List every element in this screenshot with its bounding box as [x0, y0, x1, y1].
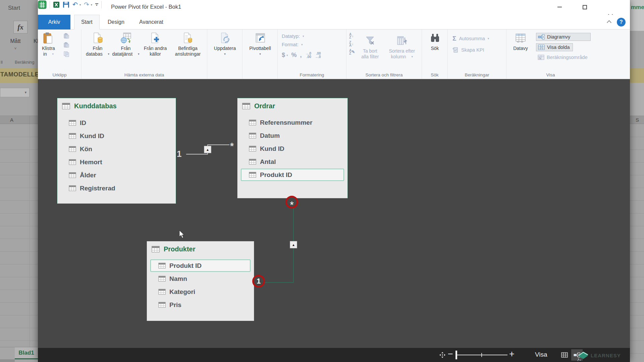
- datatype-dropdown[interactable]: Datatyp: ▾: [282, 34, 321, 39]
- field-icon: [158, 289, 166, 295]
- thousands-separator-button[interactable]: ,: [300, 52, 302, 59]
- redo-icon[interactable]: ↷: [84, 1, 89, 8]
- fit-to-screen-icon[interactable]: [439, 352, 446, 358]
- save-icon[interactable]: [63, 1, 69, 8]
- table-field-row[interactable]: Kund ID: [249, 142, 343, 155]
- paste-replace-button[interactable]: [63, 33, 69, 39]
- search-button[interactable]: Sök: [422, 29, 448, 51]
- field-icon: [158, 302, 166, 308]
- sort-az-button[interactable]: AZ↓: [349, 33, 355, 39]
- table-field-row[interactable]: Referensnummer: [249, 116, 343, 129]
- tab-avancerat[interactable]: Avancerat: [132, 15, 170, 29]
- tab-design[interactable]: Design: [101, 15, 131, 29]
- ribbon-group-formatering: Datatyp: ▾ Format: ▾ $ ▾ % , →.0.00 .00→…: [278, 29, 346, 79]
- calculation-area-button[interactable]: Beräkningsområde: [536, 54, 591, 61]
- table-field-row-highlighted[interactable]: Produkt ID: [158, 259, 250, 272]
- diagram-canvas[interactable]: Kunddatabas ID Kund ID Kön Hemort Ålder …: [38, 79, 630, 348]
- undo-dropdown-icon[interactable]: ▾: [79, 3, 81, 6]
- relationship-line[interactable]: [208, 144, 229, 145]
- collapse-ribbon-icon[interactable]: [607, 19, 613, 23]
- field-label: ID: [80, 119, 86, 127]
- create-kpi-button[interactable]: Skapa KPI: [452, 47, 489, 53]
- redo-dropdown-icon[interactable]: ▾: [91, 3, 92, 6]
- relationship-direction-marker[interactable]: ▲: [290, 241, 297, 248]
- clear-sort-button[interactable]: AZ✎: [349, 49, 355, 55]
- chevron-down-icon: ▾: [303, 35, 304, 38]
- grid-view-icon[interactable]: [561, 352, 568, 358]
- table-field-row-highlighted[interactable]: Produkt ID: [249, 168, 343, 181]
- measures-button-label[interactable]: Mått: [0, 38, 31, 44]
- tab-start[interactable]: Start: [74, 15, 100, 29]
- from-dataservice-button[interactable]: Från datatjänst ▾: [111, 29, 141, 57]
- table-field-row[interactable]: Hemort: [69, 156, 172, 169]
- table-card-produkter[interactable]: Produkter Produkt ID Namn Kategori Pris: [147, 241, 254, 321]
- help-icon[interactable]: ?: [617, 18, 626, 26]
- field-icon: [249, 172, 256, 178]
- table-field-row[interactable]: Registrerad: [69, 182, 172, 195]
- chevron-down-icon: ▾: [286, 54, 288, 57]
- from-database-button[interactable]: Från databas ▾: [84, 29, 111, 57]
- pivottable-button[interactable]: Pivottabell ▾: [243, 29, 278, 57]
- field-icon: [69, 185, 76, 191]
- field-icon: [69, 172, 76, 178]
- data-view-button[interactable]: Datavy: [508, 29, 533, 61]
- table-field-row[interactable]: Pris: [158, 298, 250, 311]
- table-field-row[interactable]: Kund ID: [69, 129, 172, 142]
- column-header-s[interactable]: S: [636, 117, 639, 123]
- measures-fx-icon[interactable]: fx: [13, 21, 28, 34]
- table-card-kunddatabas[interactable]: Kunddatabas ID Kund ID Kön Hemort Ålder …: [57, 98, 176, 204]
- sort-za-button[interactable]: ZA↓: [349, 41, 355, 47]
- sheet-tab-blad1[interactable]: Blad1: [15, 347, 38, 359]
- table-card-ordrar[interactable]: Ordrar Referensnummer Datum Kund ID Anta…: [237, 98, 348, 198]
- diagram-view-toggle[interactable]: Diagramvy: [536, 33, 591, 41]
- relationship-direction-marker[interactable]: ▲: [204, 146, 211, 153]
- existing-connections-button[interactable]: Befintliga anslutningar: [170, 29, 206, 57]
- table-icon: [242, 103, 250, 109]
- clear-all-filters-button[interactable]: Ta bort alla filter: [357, 32, 383, 60]
- group-label-hamta: Hämta externa data: [82, 72, 207, 77]
- excel-start-tab[interactable]: Start: [8, 5, 20, 11]
- percent-button[interactable]: %: [291, 52, 297, 59]
- show-hidden-toggle[interactable]: Visa dolda: [536, 43, 573, 51]
- increase-decimals-button[interactable]: .00→.0: [315, 52, 321, 59]
- format-dropdown[interactable]: Format: ▾: [282, 42, 321, 47]
- zoom-out-button[interactable]: −: [448, 349, 453, 359]
- field-icon: [69, 120, 76, 126]
- minimize-button[interactable]: [552, 1, 567, 13]
- customize-toolbar-icon[interactable]: ▾: [95, 3, 98, 6]
- zoom-in-button[interactable]: +: [509, 349, 515, 359]
- table-field-row[interactable]: Kön: [69, 142, 172, 156]
- undo-icon[interactable]: ↶: [72, 1, 78, 8]
- excel-icon[interactable]: [53, 1, 60, 8]
- paste-button[interactable]: Klistra in ▾: [42, 29, 55, 57]
- field-icon: [69, 133, 76, 139]
- copy-button[interactable]: [63, 51, 69, 57]
- paste-append-button[interactable]: [63, 42, 69, 48]
- column-header-a[interactable]: A: [10, 117, 13, 123]
- btn-label: Befintliga: [178, 46, 198, 51]
- table-field-row[interactable]: Namn: [158, 272, 250, 285]
- table-field-row[interactable]: Antal: [249, 155, 343, 168]
- from-other-sources-button[interactable]: Från andra källor: [141, 29, 170, 57]
- clear-filter-icon: [364, 35, 376, 48]
- zoom-slider-track[interactable]: [457, 355, 507, 355]
- group-label-sortera: Sortera och filtrera: [346, 72, 422, 77]
- table-field-row[interactable]: ID: [69, 116, 172, 129]
- btn-label: Från: [121, 46, 131, 51]
- learnesy-logo-icon: [577, 350, 589, 361]
- maximize-button[interactable]: [577, 1, 592, 13]
- kpi-button-clipped[interactable]: KP: [34, 38, 38, 44]
- comments-button-clipped[interactable]: mmen: [631, 4, 644, 11]
- currency-button[interactable]: $: [282, 52, 285, 59]
- sort-by-column-button[interactable]: Sortera efter kolumn ▾: [385, 32, 419, 60]
- tab-arkiv[interactable]: Arkiv: [38, 15, 70, 29]
- relationship-line[interactable]: [186, 154, 208, 155]
- refresh-button[interactable]: Uppdatera ▾: [207, 29, 243, 57]
- table-field-row[interactable]: Kategori: [158, 285, 250, 298]
- autosum-button[interactable]: Σ Autosumma ▾: [452, 35, 489, 42]
- table-field-row[interactable]: Datum: [249, 129, 343, 142]
- table-field-row[interactable]: Ålder: [69, 169, 172, 182]
- name-box[interactable]: ▼: [0, 88, 30, 97]
- chevron-down-icon[interactable]: ▼: [24, 91, 27, 94]
- decrease-decimals-button[interactable]: →.0.00: [305, 52, 311, 59]
